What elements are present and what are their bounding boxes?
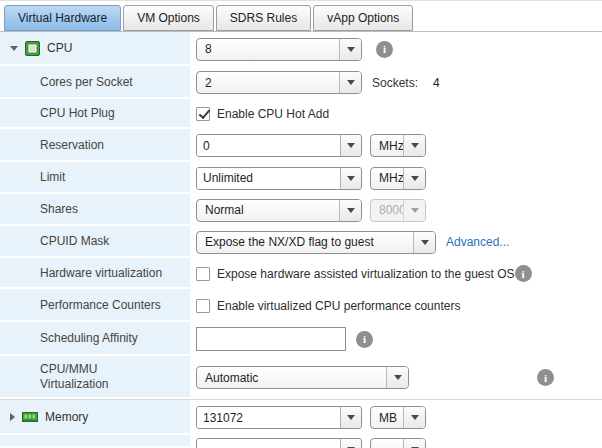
reservation-label: Reservation bbox=[0, 129, 190, 162]
tab-vm-options[interactable]: VM Options bbox=[123, 5, 214, 31]
info-icon[interactable] bbox=[515, 265, 532, 282]
hardware-virtualization-checkbox-label[interactable]: Expose hardware assisted virtualization … bbox=[217, 267, 515, 281]
next-device-row-partial bbox=[0, 435, 602, 448]
cores-per-socket-value: 2 bbox=[197, 76, 339, 90]
memory-combobox bbox=[196, 406, 362, 429]
expand-arrow-icon[interactable] bbox=[10, 413, 15, 421]
cpu-icon bbox=[25, 41, 40, 56]
tab-bar: Virtual Hardware VM Options SDRS Rules v… bbox=[0, 1, 602, 32]
limit-input[interactable] bbox=[197, 168, 340, 189]
next-device-combobox[interactable] bbox=[196, 438, 362, 448]
cpuid-mask-label: CPUID Mask bbox=[0, 226, 190, 258]
cpuid-mask-value: Expose the NX/XD flag to guest bbox=[197, 235, 413, 249]
cpu-hot-add-checkbox-label[interactable]: Enable CPU Hot Add bbox=[217, 107, 329, 121]
cpu-count-dropdown[interactable]: 8 bbox=[196, 38, 362, 61]
info-icon[interactable] bbox=[537, 369, 554, 386]
chevron-down-icon bbox=[347, 47, 355, 52]
chevron-down-icon bbox=[394, 375, 402, 380]
chevron-down-icon bbox=[347, 176, 355, 181]
shares-amount-dropdown-disabled: 8000 bbox=[370, 199, 426, 222]
memory-row: Memory MB bbox=[0, 399, 602, 435]
chevron-down-icon bbox=[421, 240, 429, 245]
sockets-readout: Sockets: 4 bbox=[372, 76, 440, 90]
shares-amount-value: 8000 bbox=[371, 203, 403, 217]
hardware-virtualization-label: Hardware virtualization bbox=[0, 258, 190, 289]
reservation-unit-dropdown[interactable]: MHz bbox=[370, 134, 426, 157]
reservation-dropdown-button[interactable] bbox=[340, 135, 361, 156]
info-icon[interactable] bbox=[356, 331, 373, 348]
tab-virtual-hardware[interactable]: Virtual Hardware bbox=[4, 5, 121, 31]
cpu-mmu-virtualization-row: CPU/MMU Virtualization Automatic bbox=[0, 356, 602, 399]
limit-unit-dropdown[interactable]: MHz bbox=[370, 167, 426, 190]
cores-per-socket-dropdown[interactable]: 2 bbox=[196, 71, 362, 94]
cpu-mmu-virtualization-label: CPU/MMU Virtualization bbox=[40, 362, 108, 392]
hardware-virtualization-checkbox[interactable] bbox=[196, 267, 210, 281]
next-device-label-cell bbox=[0, 435, 190, 448]
memory-dropdown-button[interactable] bbox=[340, 407, 361, 428]
cpuid-mask-row: CPUID Mask Expose the NX/XD flag to gues… bbox=[0, 226, 602, 258]
cpu-hot-add-checkbox[interactable] bbox=[196, 107, 210, 121]
chevron-down-icon bbox=[411, 143, 419, 148]
memory-label: Memory bbox=[45, 410, 88, 424]
limit-label: Limit bbox=[0, 162, 190, 194]
collapse-arrow-icon[interactable] bbox=[10, 46, 18, 51]
cores-per-socket-label: Cores per Socket bbox=[0, 66, 190, 99]
chevron-down-icon bbox=[411, 176, 419, 181]
hardware-virtualization-row: Hardware virtualization Expose hardware … bbox=[0, 258, 602, 289]
cpu-mmu-virtualization-dropdown[interactable]: Automatic bbox=[196, 366, 409, 389]
performance-counters-checkbox[interactable] bbox=[196, 299, 210, 313]
reservation-unit-value: MHz bbox=[371, 139, 403, 153]
cpu-count-value: 8 bbox=[197, 42, 339, 56]
sockets-value: 4 bbox=[433, 76, 440, 90]
cores-per-socket-row: Cores per Socket 2 Sockets: 4 bbox=[0, 66, 602, 99]
vm-edit-settings-dialog: Virtual Hardware VM Options SDRS Rules v… bbox=[0, 0, 602, 448]
scheduling-affinity-input[interactable] bbox=[196, 327, 346, 351]
shares-level-dropdown[interactable]: Normal bbox=[196, 199, 362, 222]
virtual-hardware-list: CPU 8 Cores per Socket 2 bbox=[0, 32, 602, 448]
cpu-label: CPU bbox=[47, 41, 72, 55]
reservation-combobox bbox=[196, 134, 362, 157]
cpu-row-label-cell: CPU bbox=[0, 32, 190, 66]
memory-input[interactable] bbox=[197, 407, 340, 428]
chevron-down-icon bbox=[347, 80, 355, 85]
memory-icon bbox=[22, 410, 38, 424]
shares-row: Shares Normal 8000 bbox=[0, 194, 602, 226]
cpu-hot-plug-row: CPU Hot Plug Enable CPU Hot Add bbox=[0, 99, 602, 129]
performance-counters-checkbox-label[interactable]: Enable virtualized CPU performance count… bbox=[217, 299, 460, 313]
limit-combobox bbox=[196, 167, 362, 190]
tab-vapp-options[interactable]: vApp Options bbox=[313, 5, 413, 31]
next-device-input[interactable] bbox=[197, 439, 340, 448]
shares-label: Shares bbox=[0, 194, 190, 226]
cpuid-mask-dropdown[interactable]: Expose the NX/XD flag to guest bbox=[196, 231, 436, 254]
advanced-link[interactable]: Advanced... bbox=[446, 235, 509, 249]
cpu-mmu-virtualization-label-cell: CPU/MMU Virtualization bbox=[0, 356, 190, 399]
performance-counters-row: Performance Counters Enable virtualized … bbox=[0, 289, 602, 322]
memory-row-label-cell: Memory bbox=[0, 400, 190, 435]
sockets-label: Sockets: bbox=[372, 76, 418, 90]
chevron-down-icon bbox=[347, 208, 355, 213]
tab-sdrs-rules[interactable]: SDRS Rules bbox=[216, 5, 311, 31]
scheduling-affinity-label: Scheduling Affinity bbox=[0, 322, 190, 356]
chevron-down-icon bbox=[347, 415, 355, 420]
memory-unit-value: MB bbox=[371, 411, 403, 425]
performance-counters-label: Performance Counters bbox=[0, 289, 190, 322]
cpu-row: CPU 8 bbox=[0, 32, 602, 66]
next-device-unit-dropdown[interactable] bbox=[370, 438, 426, 448]
limit-dropdown-button[interactable] bbox=[340, 168, 361, 189]
limit-unit-value: MHz bbox=[371, 171, 403, 185]
chevron-down-icon bbox=[411, 415, 419, 420]
reservation-row: Reservation MHz bbox=[0, 129, 602, 162]
info-icon[interactable] bbox=[376, 41, 393, 58]
limit-row: Limit MHz bbox=[0, 162, 602, 194]
shares-level-value: Normal bbox=[197, 203, 339, 217]
cpu-mmu-virtualization-value: Automatic bbox=[197, 371, 386, 385]
chevron-down-icon bbox=[347, 143, 355, 148]
reservation-input[interactable] bbox=[197, 135, 340, 156]
chevron-down-icon bbox=[411, 208, 419, 213]
cpu-hot-plug-label: CPU Hot Plug bbox=[0, 99, 190, 129]
memory-unit-dropdown[interactable]: MB bbox=[370, 406, 426, 429]
scheduling-affinity-row: Scheduling Affinity bbox=[0, 322, 602, 356]
